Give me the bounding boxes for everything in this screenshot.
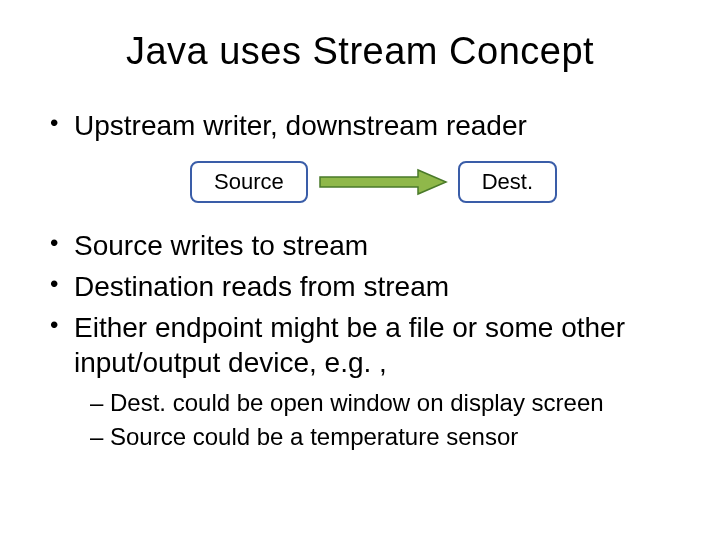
bullet-list-top: Upstream writer, downstream reader xyxy=(50,108,680,143)
stream-diagram: Source Dest. xyxy=(190,161,680,203)
sub-bullet-list: Dest. could be open window on display sc… xyxy=(90,388,680,452)
source-box: Source xyxy=(190,161,308,203)
sub-bullet-item: Source could be a temperature sensor xyxy=(90,422,680,452)
slide-title: Java uses Stream Concept xyxy=(40,30,680,73)
bullet-item: Upstream writer, downstream reader xyxy=(50,108,680,143)
dest-box: Dest. xyxy=(458,161,557,203)
arrow-icon xyxy=(318,167,448,197)
bullet-list-bottom: Source writes to stream Destination read… xyxy=(50,228,680,380)
sub-bullet-item: Dest. could be open window on display sc… xyxy=(90,388,680,418)
slide: Java uses Stream Concept Upstream writer… xyxy=(0,0,720,540)
bullet-item: Source writes to stream xyxy=(50,228,680,263)
bullet-item: Destination reads from stream xyxy=(50,269,680,304)
bullet-item: Either endpoint might be a file or some … xyxy=(50,310,680,380)
